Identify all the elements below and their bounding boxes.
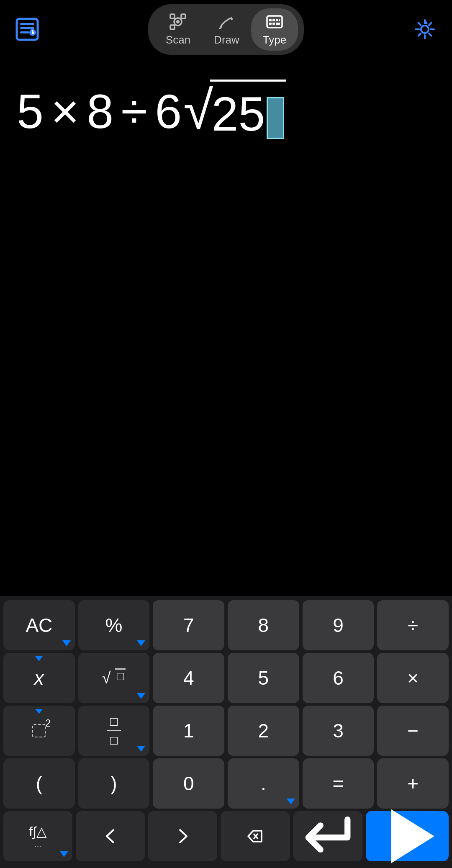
key-8[interactable]: 8 <box>228 600 299 650</box>
keyboard-row-2: x √ □ 4 5 6 × <box>3 653 449 703</box>
key-1[interactable]: 1 <box>153 706 224 756</box>
key-equals-label: = <box>333 772 344 795</box>
key-func-dots: ... <box>34 840 41 849</box>
svg-point-20 <box>421 26 429 33</box>
key-7[interactable]: 7 <box>153 600 224 650</box>
key-square-label: 2 <box>32 724 46 737</box>
mode-draw-label: Draw <box>214 33 239 46</box>
key-right-arrow[interactable] <box>148 811 217 861</box>
key-percent-label: % <box>105 614 123 637</box>
key-5-label: 5 <box>258 667 269 689</box>
key-minus-label: − <box>407 719 419 742</box>
key-open-paren[interactable]: ( <box>3 758 75 809</box>
key-equals[interactable]: = <box>303 758 374 809</box>
key-3-label: 3 <box>333 719 344 742</box>
keyboard-row-5: f∫△ ... <box>3 811 449 861</box>
key-x-label: x <box>34 667 44 689</box>
formula-div: ÷ <box>121 82 147 140</box>
key-1-label: 1 <box>183 719 194 742</box>
key-3[interactable]: 3 <box>303 706 374 756</box>
key-divide[interactable]: ÷ <box>377 600 449 650</box>
key-plus-label: + <box>407 772 419 795</box>
svg-rect-2 <box>20 27 34 29</box>
radical-symbol: √ <box>183 83 213 137</box>
svg-rect-7 <box>170 14 175 18</box>
key-4[interactable]: 4 <box>153 653 224 703</box>
radical-content: 25 <box>210 80 286 143</box>
key-4-label: 4 <box>183 667 194 689</box>
key-close-paren[interactable]: ) <box>78 758 150 809</box>
svg-rect-16 <box>279 19 280 21</box>
key-open-paren-label: ( <box>36 772 42 795</box>
svg-rect-1 <box>20 23 34 25</box>
formula-text: 5 × 8 ÷ 6 √ 25 <box>17 80 286 143</box>
key-5[interactable]: 5 <box>228 653 299 703</box>
key-sqrt-label: √ □ <box>102 669 126 687</box>
key-2-label: 2 <box>258 719 269 742</box>
svg-rect-12 <box>267 16 282 28</box>
keyboard: AC % 7 8 9 ÷ x √ □ 4 5 <box>0 596 452 868</box>
mode-type-label: Type <box>263 33 286 46</box>
key-9[interactable]: 9 <box>303 600 374 650</box>
key-func[interactable]: f∫△ ... <box>3 811 72 861</box>
formula-5: 5 <box>17 82 44 140</box>
formula-8: 8 <box>87 82 113 140</box>
keyboard-row-3: 2 □ □ 1 2 3 − <box>3 706 449 756</box>
svg-rect-19 <box>276 23 280 25</box>
mode-scan-label: Scan <box>166 33 190 46</box>
mode-draw-button[interactable]: Draw <box>202 8 251 51</box>
key-backspace[interactable] <box>221 811 290 861</box>
key-2[interactable]: 2 <box>228 706 299 756</box>
key-multiply-label: × <box>407 667 419 689</box>
key-sqrt[interactable]: √ □ <box>78 653 150 703</box>
key-9-label: 9 <box>333 614 344 637</box>
key-0-label: 0 <box>183 772 194 795</box>
key-minus[interactable]: − <box>377 706 449 756</box>
svg-rect-18 <box>272 23 275 25</box>
mode-switcher: Scan Draw Type <box>148 4 304 55</box>
formula-display[interactable]: 5 × 8 ÷ 6 √ 25 <box>0 63 452 347</box>
key-dot-label: . <box>261 772 266 795</box>
key-square[interactable]: 2 <box>3 706 75 756</box>
key-fraction[interactable]: □ □ <box>78 706 150 756</box>
key-fraction-label: □ □ <box>107 714 121 747</box>
key-ac-label: AC <box>26 614 52 637</box>
key-percent[interactable]: % <box>78 600 150 650</box>
key-dot[interactable]: . <box>228 758 299 809</box>
key-ac[interactable]: AC <box>3 600 75 650</box>
formula-times: × <box>51 82 79 140</box>
key-8-label: 8 <box>258 614 269 637</box>
settings-button[interactable] <box>410 15 439 44</box>
key-enter[interactable] <box>293 811 362 861</box>
key-multiply[interactable]: × <box>377 653 449 703</box>
formula-6: 6 <box>155 82 182 140</box>
key-6-label: 6 <box>333 667 344 689</box>
key-func-label: f∫△ <box>29 824 47 840</box>
key-divide-label: ÷ <box>408 614 418 637</box>
key-close-paren-label: ) <box>110 772 117 795</box>
formula-radical: √ 25 <box>183 80 286 143</box>
history-icon[interactable] <box>13 15 42 44</box>
svg-rect-13 <box>269 19 272 21</box>
svg-rect-17 <box>269 23 272 25</box>
mode-type-button[interactable]: Type <box>251 8 298 51</box>
svg-rect-3 <box>20 31 29 33</box>
key-left-arrow[interactable] <box>76 811 145 861</box>
keyboard-row-1: AC % 7 8 9 ÷ <box>3 600 449 650</box>
key-var-x[interactable]: x <box>3 653 75 703</box>
svg-rect-15 <box>276 19 278 21</box>
key-7-label: 7 <box>183 614 194 637</box>
svg-rect-9 <box>170 25 175 29</box>
mode-scan-button[interactable]: Scan <box>154 8 202 51</box>
formula-25: 25 <box>212 85 265 143</box>
text-cursor <box>267 97 284 139</box>
key-6[interactable]: 6 <box>303 653 374 703</box>
svg-rect-14 <box>272 19 275 21</box>
svg-rect-8 <box>181 14 185 18</box>
svg-rect-6 <box>32 32 34 34</box>
svg-point-11 <box>176 20 180 23</box>
key-0[interactable]: 0 <box>153 758 224 809</box>
top-bar: Scan Draw Type <box>0 0 452 59</box>
key-submit[interactable] <box>366 811 449 861</box>
